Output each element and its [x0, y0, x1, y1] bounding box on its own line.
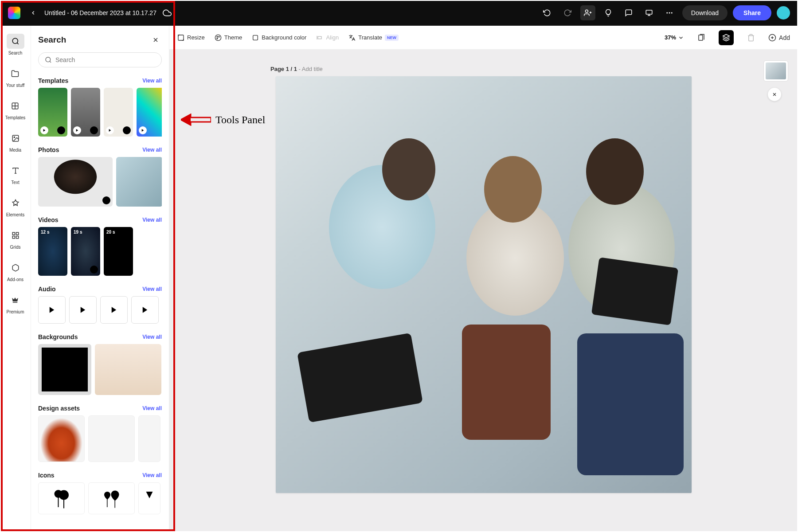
- rail-item-premium[interactable]: Premium: [6, 293, 24, 314]
- photo-thumb[interactable]: [38, 157, 113, 207]
- play-icon: [79, 306, 87, 314]
- delete-button[interactable]: [743, 30, 759, 45]
- view-all-backgrounds[interactable]: View all: [142, 334, 162, 340]
- section-title-backgrounds: Backgrounds: [38, 333, 78, 340]
- video-thumb[interactable]: 20 s: [104, 227, 133, 276]
- rail-item-text[interactable]: Text: [7, 163, 24, 185]
- search-input[interactable]: [55, 56, 155, 63]
- document-title[interactable]: Untitled - 06 December 2023 at 10.17.27: [44, 9, 156, 16]
- view-all-design-assets[interactable]: View all: [142, 405, 162, 411]
- bgcolor-button[interactable]: Background color: [252, 34, 306, 41]
- rail-item-elements[interactable]: Elements: [6, 196, 25, 217]
- asset-thumb[interactable]: [38, 415, 85, 462]
- icon-thumb[interactable]: [38, 482, 85, 514]
- svg-marker-30: [112, 307, 117, 313]
- theme-button[interactable]: Theme: [215, 34, 242, 41]
- svg-marker-29: [81, 307, 86, 313]
- side-rail: Search Your stuff Templates Media Text E…: [0, 26, 31, 532]
- search-panel: Search TemplatesView all PhotosView all …: [31, 26, 169, 532]
- add-person-button[interactable]: [580, 5, 595, 20]
- download-button[interactable]: Download: [682, 5, 728, 20]
- layers-button[interactable]: [719, 30, 734, 45]
- rail-item-templates[interactable]: Templates: [5, 98, 26, 120]
- add-page-button[interactable]: Add: [768, 34, 790, 42]
- svg-rect-34: [58, 496, 59, 507]
- svg-rect-16: [12, 232, 15, 235]
- audio-thumb[interactable]: [100, 296, 128, 324]
- grids-icon: [12, 231, 20, 239]
- search-icon: [12, 37, 20, 45]
- redo-button[interactable]: [560, 5, 575, 20]
- more-button[interactable]: [662, 5, 677, 20]
- page-label[interactable]: Page 1 / 1 - Add title: [270, 66, 323, 72]
- svg-point-40: [217, 36, 218, 37]
- present-button[interactable]: [642, 5, 657, 20]
- svg-point-13: [14, 137, 15, 137]
- rail-item-grids[interactable]: Grids: [7, 228, 24, 250]
- svg-point-7: [669, 12, 670, 14]
- template-thumb[interactable]: [104, 88, 133, 137]
- svg-rect-46: [699, 35, 703, 40]
- view-all-audio[interactable]: View all: [142, 286, 162, 292]
- lightbulb-button[interactable]: [601, 5, 616, 20]
- svg-rect-36: [107, 498, 108, 507]
- svg-rect-19: [12, 236, 15, 239]
- svg-point-6: [666, 12, 668, 14]
- rail-item-addons[interactable]: Add-ons: [7, 260, 24, 282]
- align-button: Align: [316, 34, 339, 41]
- page-thumbnail[interactable]: [763, 60, 788, 82]
- templates-icon: [11, 102, 19, 110]
- section-title-videos: Videos: [38, 216, 59, 223]
- pages-button[interactable]: [694, 30, 709, 45]
- svg-point-39: [215, 35, 221, 40]
- icon-thumb[interactable]: [88, 482, 135, 514]
- svg-rect-18: [16, 236, 18, 239]
- svg-rect-17: [16, 232, 18, 235]
- back-button[interactable]: [27, 6, 40, 20]
- close-panel-button[interactable]: [149, 34, 162, 46]
- close-icon: [772, 92, 777, 97]
- share-button[interactable]: Share: [733, 5, 771, 20]
- template-thumb[interactable]: [71, 88, 100, 137]
- asset-thumb[interactable]: [138, 415, 160, 462]
- audio-thumb[interactable]: [69, 296, 97, 324]
- bgcolor-icon: [252, 34, 259, 41]
- video-thumb[interactable]: 19 s: [71, 227, 100, 276]
- audio-thumb[interactable]: [131, 296, 159, 324]
- background-thumb[interactable]: [38, 344, 91, 395]
- search-input-wrapper[interactable]: [38, 52, 162, 67]
- resize-button[interactable]: Resize: [177, 34, 205, 41]
- zoom-control[interactable]: 37%: [665, 34, 684, 41]
- rail-item-media[interactable]: Media: [7, 131, 24, 153]
- rail-item-search[interactable]: Search: [7, 34, 24, 55]
- undo-button[interactable]: [540, 5, 555, 20]
- audio-thumb[interactable]: [38, 296, 66, 324]
- view-all-videos[interactable]: View all: [142, 217, 162, 223]
- view-all-photos[interactable]: View all: [142, 147, 162, 153]
- photo-thumb[interactable]: [116, 157, 162, 207]
- translate-button[interactable]: TranslateNEW: [348, 34, 399, 41]
- svg-marker-47: [723, 34, 730, 38]
- svg-marker-26: [109, 129, 111, 132]
- view-all-icons[interactable]: View all: [142, 472, 162, 478]
- play-icon: [48, 306, 56, 314]
- video-thumb[interactable]: 12 s: [38, 227, 67, 276]
- background-thumb[interactable]: [95, 344, 161, 395]
- plus-circle-icon: [768, 34, 776, 42]
- svg-marker-27: [142, 129, 144, 132]
- rail-item-your-stuff[interactable]: Your stuff: [6, 66, 25, 88]
- icon-thumb[interactable]: [138, 482, 160, 514]
- asset-thumb[interactable]: [88, 415, 135, 462]
- play-icon: [141, 306, 149, 314]
- folder-icon: [11, 70, 19, 78]
- svg-rect-35: [63, 498, 64, 509]
- template-thumb[interactable]: [137, 88, 162, 137]
- cloud-sync-icon[interactable]: [162, 8, 172, 18]
- user-avatar[interactable]: [777, 6, 790, 20]
- template-thumb[interactable]: [38, 88, 67, 137]
- close-thumbnail-button[interactable]: [768, 88, 781, 101]
- view-all-templates[interactable]: View all: [142, 78, 162, 84]
- comment-button[interactable]: [621, 5, 636, 20]
- canvas[interactable]: [276, 76, 692, 493]
- svg-point-22: [46, 57, 51, 62]
